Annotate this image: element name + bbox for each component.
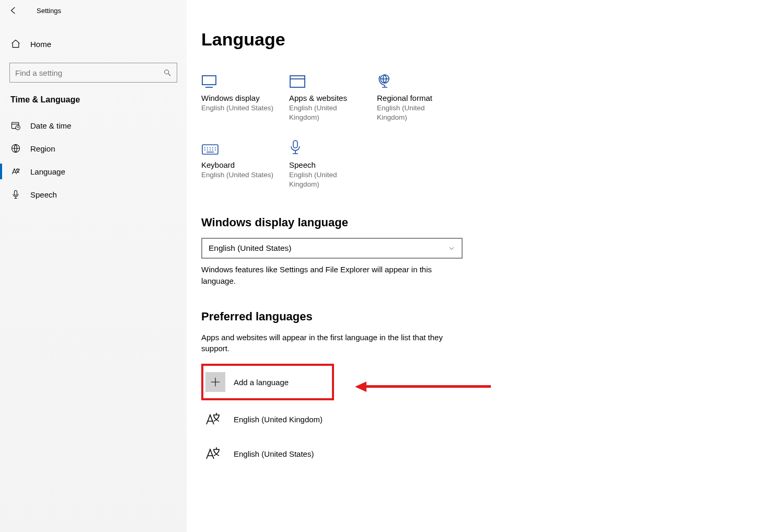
tile-sub: English (United States) [201,170,274,180]
add-language-label: Add a language [234,378,289,387]
nav-item-label: Date & time [30,121,71,130]
tile-sub: English (United Kingdom) [377,103,450,122]
globe-icon [10,143,21,154]
tile-title: Keyboard [201,160,289,169]
svg-rect-8 [202,145,218,154]
calendar-clock-icon [10,120,21,131]
tiles-grid: Windows display English (United States) … [201,67,536,201]
main-pane: Language Windows display English (United… [187,0,770,532]
language-item-en-gb[interactable]: English (United Kingdom) [201,403,749,435]
language-icon [10,166,21,177]
tile-apps-websites[interactable]: Apps & websites English (United Kingdom) [289,67,377,122]
display-language-heading: Windows display language [201,216,749,229]
monitor-icon [201,67,289,88]
svg-point-0 [165,70,169,74]
preferred-languages-heading: Preferred languages [201,310,749,323]
language-item-en-us[interactable]: English (United States) [201,438,749,469]
tile-sub: English (United Kingdom) [289,103,362,122]
add-language-button[interactable]: Add a language [201,364,334,400]
search-input-wrap [9,63,177,83]
display-language-dropdown[interactable]: English (United States) [201,238,463,259]
nav-home[interactable]: Home [0,32,187,55]
annotation-arrow [355,381,491,391]
tile-keyboard[interactable]: Keyboard English (United States) [201,134,289,189]
window-title: Settings [37,7,61,15]
search-input[interactable] [15,68,163,77]
language-item-label: English (United States) [234,449,314,458]
nav-date-time[interactable]: Date & time [0,114,187,137]
tile-speech[interactable]: Speech English (United Kingdom) [289,134,377,189]
tile-title: Apps & websites [289,94,377,102]
nav-item-label: Language [30,167,65,176]
svg-rect-4 [15,191,17,195]
tile-sub: English (United States) [201,103,274,113]
language-item-label: English (United Kingdom) [234,415,323,424]
keyboard-icon [201,134,289,155]
nav-language[interactable]: Language [0,160,187,183]
sidebar-section-label: Time & Language [0,87,187,114]
nav-item-label: Speech [30,190,57,199]
tile-title: Windows display [201,94,289,102]
svg-rect-6 [290,76,305,87]
language-glyph-icon [203,446,223,461]
tile-windows-display[interactable]: Windows display English (United States) [201,67,289,122]
page-title: Language [201,29,749,50]
tile-title: Regional format [377,94,465,102]
nav-speech[interactable]: Speech [0,183,187,206]
back-button[interactable] [7,4,20,17]
home-icon [10,39,21,49]
tile-sub: English (United Kingdom) [289,170,362,189]
svg-rect-9 [293,141,297,148]
chevron-down-icon [448,245,455,252]
tile-regional-format[interactable]: Regional format English (United Kingdom) [377,67,465,122]
dropdown-value: English (United States) [209,244,292,253]
nav-item-label: Region [30,144,55,153]
tile-title: Speech [289,160,377,169]
display-language-helper: Windows features like Settings and File … [201,264,452,287]
nav-region[interactable]: Region [0,137,187,160]
globe-stand-icon [377,67,465,88]
microphone-icon [289,134,377,155]
microphone-icon [10,189,21,200]
preferred-languages-helper: Apps and websites will appear in the fir… [201,332,452,355]
plus-icon [205,372,225,392]
sidebar: Settings Home Time & Language Date & tim… [0,0,187,532]
language-glyph-icon [203,412,223,426]
svg-rect-5 [202,76,216,85]
search-icon [163,68,171,77]
browser-window-icon [289,67,377,88]
nav-home-label: Home [30,40,51,49]
